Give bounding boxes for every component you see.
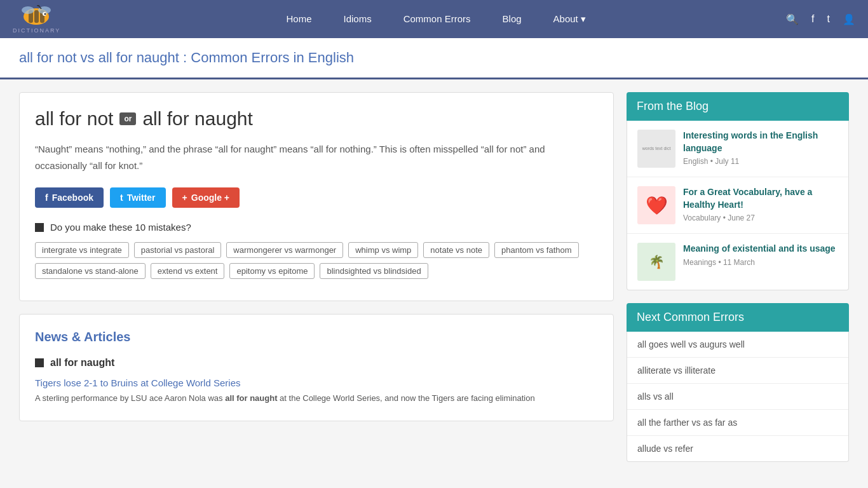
nav-links: Home Idioms Common Errors Blog About ▾	[86, 13, 786, 25]
blog-date-2: June 27	[728, 214, 755, 222]
blog-category-3: Meanings	[683, 258, 716, 267]
blog-category-1: English	[683, 157, 708, 166]
thumb-existential-icon: 🌴	[637, 243, 675, 281]
next-errors-section: Next Common Errors all goes well vs augu…	[627, 303, 849, 462]
next-error-item[interactable]: all goes well vs augurs well	[627, 332, 848, 358]
news-article-link[interactable]: Tigers lose 2-1 to Bruins at College Wor…	[35, 377, 598, 388]
navbar: DICTIONARY Home Idioms Common Errors Blo…	[0, 0, 868, 38]
blog-info-2: For a Great Vocabulary, have a Healthy H…	[683, 186, 838, 222]
news-section-header: all for naught	[35, 357, 598, 369]
word2: all for naught	[142, 108, 252, 130]
news-bullet-icon	[35, 358, 44, 367]
google-icon-share: +	[182, 193, 187, 203]
tag[interactable]: intergrate vs integrate	[35, 242, 129, 258]
main-card: all for not or all for naught “Naught” m…	[19, 92, 614, 301]
svg-point-7	[44, 13, 46, 15]
description: “Naught” means “nothing,” and the phrase…	[35, 141, 598, 173]
next-error-item[interactable]: all the farther vs as far as	[627, 410, 848, 436]
blog-thumb-2: ❤️	[637, 186, 675, 224]
mistakes-header: Do you make these 10 mistakes?	[35, 222, 598, 233]
blog-title-2: For a Great Vocabulary, have a Healthy H…	[683, 186, 838, 211]
nav-blog[interactable]: Blog	[490, 13, 534, 25]
news-sub-header: all for naught	[50, 357, 114, 369]
blog-meta-3: Meanings • 11 March	[683, 258, 838, 267]
nav-common-errors[interactable]: Common Errors	[391, 13, 484, 25]
tag[interactable]: notate vs note	[423, 242, 489, 258]
page-title-bar: all for not vs all for naught : Common E…	[0, 38, 868, 79]
twitter-icon-share: t	[120, 193, 123, 203]
blog-date-3: 11 March	[723, 258, 755, 267]
blog-category-2: Vocabulary	[683, 214, 721, 222]
tag[interactable]: phantom vs fathom	[494, 242, 579, 258]
share-buttons: f Facebook t Twitter + Google +	[35, 187, 598, 208]
blog-thumb-1: words text dict	[637, 130, 675, 168]
blog-title-1: Interesting words in the English languag…	[683, 130, 838, 154]
blog-item-3[interactable]: 🌴 Meaning of existential and its usage M…	[627, 234, 848, 290]
blog-header: From the Blog	[627, 92, 849, 121]
next-error-item[interactable]: alls vs all	[627, 384, 848, 410]
twitter-icon[interactable]: t	[827, 13, 830, 25]
twitter-share-button[interactable]: t Twitter	[110, 187, 166, 208]
blog-thumb-3: 🌴	[637, 243, 675, 281]
facebook-icon-share: f	[45, 193, 48, 203]
google-label: Google +	[191, 193, 229, 203]
or-badge: or	[119, 112, 136, 125]
search-icon[interactable]: 🔍	[786, 13, 799, 25]
tag[interactable]: epitomy vs epitome	[229, 263, 315, 279]
bullet-icon	[35, 223, 44, 232]
next-errors-list: all goes well vs augurs wellalliterate v…	[627, 332, 849, 462]
tag[interactable]: pastorial vs pastoral	[134, 242, 222, 258]
blog-section: From the Blog words text dict Interestin…	[627, 92, 849, 290]
logo[interactable]: DICTIONARY	[13, 5, 60, 34]
blog-item-2[interactable]: ❤️ For a Great Vocabulary, have a Health…	[627, 177, 848, 234]
blog-date-1: July 11	[715, 157, 739, 166]
facebook-label: Facebook	[52, 193, 93, 203]
next-error-item[interactable]: alliterate vs illiterate	[627, 358, 848, 384]
blog-info-3: Meaning of existential and its usage Mea…	[683, 243, 838, 267]
blog-title-3: Meaning of existential and its usage	[683, 243, 838, 255]
blog-meta-2: Vocabulary • June 27	[683, 214, 838, 222]
twitter-label: Twitter	[127, 193, 156, 203]
nav-home[interactable]: Home	[273, 13, 324, 25]
right-column: From the Blog words text dict Interestin…	[627, 92, 849, 475]
word-heading: all for not or all for naught	[35, 108, 598, 130]
tags-container: intergrate vs integratepastorial vs past…	[35, 242, 598, 279]
news-card: News & Articles all for naught Tigers lo…	[19, 314, 614, 421]
nav-about[interactable]: About ▾	[541, 13, 599, 25]
left-column: all for not or all for naught “Naught” m…	[19, 92, 614, 475]
facebook-share-button[interactable]: f Facebook	[35, 187, 104, 208]
logo-text: DICTIONARY	[13, 27, 60, 34]
nav-idioms[interactable]: Idioms	[331, 13, 384, 25]
blog-meta-1: English • July 11	[683, 157, 838, 166]
blog-info-1: Interesting words in the English languag…	[683, 130, 838, 166]
news-article-text: A sterling performance by LSU ace Aaron …	[35, 392, 598, 405]
tag[interactable]: standalone vs stand-alone	[35, 263, 146, 279]
nav-icons: 🔍 f t 👤	[786, 13, 855, 25]
tag[interactable]: whimp vs wimp	[348, 242, 418, 258]
svg-point-4	[22, 6, 34, 14]
thumb-words-icon: words text dict	[637, 130, 675, 168]
user-icon[interactable]: 👤	[843, 13, 855, 25]
page-title: all for not vs all for naught : Common E…	[19, 50, 849, 66]
svg-rect-2	[34, 10, 39, 23]
blog-item-1[interactable]: words text dict Interesting words in the…	[627, 121, 848, 177]
tag[interactable]: extend vs extent	[151, 263, 225, 279]
next-error-item[interactable]: allude vs refer	[627, 436, 848, 461]
word1: all for not	[35, 108, 113, 130]
main-container: all for not or all for naught “Naught” m…	[0, 79, 868, 487]
tag[interactable]: blindsighted vs blindsided	[320, 263, 428, 279]
blog-items: words text dict Interesting words in the…	[627, 121, 849, 290]
tag[interactable]: warmongerer vs warmonger	[226, 242, 343, 258]
blog-separator-3: •	[718, 258, 723, 267]
facebook-icon[interactable]: f	[811, 13, 814, 25]
thumb-heart-icon: ❤️	[637, 186, 675, 224]
mistakes-title: Do you make these 10 mistakes?	[50, 222, 191, 233]
news-section-title: News & Articles	[35, 330, 598, 344]
logo-icon	[19, 5, 54, 27]
next-errors-header: Next Common Errors	[627, 303, 849, 332]
google-share-button[interactable]: + Google +	[172, 187, 240, 208]
highlighted-phrase: all for naught	[225, 393, 277, 403]
